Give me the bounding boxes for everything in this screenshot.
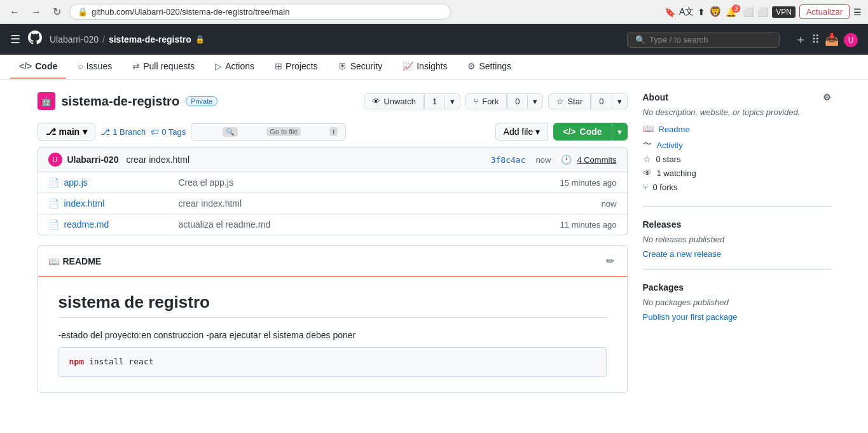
nav-settings[interactable]: ⚙ Settings <box>458 55 520 79</box>
gear-icon[interactable]: ⚙ <box>823 92 831 102</box>
breadcrumb-user-link[interactable]: Ulabarri-020 <box>50 34 99 45</box>
file-commit-msg-appjs: Crea el app.js <box>179 177 560 188</box>
nav-actions-label: Actions <box>225 61 254 71</box>
reload-button[interactable]: ↻ <box>50 4 64 19</box>
file-link-readmemd[interactable]: readme.md <box>64 219 109 230</box>
commit-author: Ulabarri-020 <box>67 155 119 165</box>
fork-dropdown-button[interactable]: ▾ <box>528 93 543 109</box>
code-button[interactable]: </> Code <box>553 123 611 141</box>
sidebar-stars-item: ☆ 0 stars <box>643 154 831 164</box>
insights-icon: 📈 <box>403 61 413 71</box>
file-name: readme.md <box>64 219 179 230</box>
sidebar-activity-item[interactable]: 〜 Activity <box>643 138 831 150</box>
nav-code[interactable]: </> Code <box>10 55 66 79</box>
file-link-indexhtml[interactable]: index.html <box>64 198 105 209</box>
security-icon: ⛨ <box>338 61 347 71</box>
branch-count-link[interactable]: ⎇ 1 Branch <box>100 127 146 137</box>
code-dropdown-button[interactable]: ▾ <box>612 123 628 141</box>
repo-title-actions: 👁 Unwatch 1 ▾ ⑂ Fork 0 <box>364 93 627 109</box>
tag-icon: 🏷 <box>151 127 159 137</box>
sidebar-no-releases: No releases published <box>643 235 831 244</box>
sidebar-create-release-link[interactable]: Create a new release <box>643 249 831 259</box>
issues-icon: ○ <box>78 61 83 71</box>
add-file-button[interactable]: Add file ▾ <box>495 123 549 141</box>
star-count-button[interactable]: 0 <box>591 93 612 109</box>
brave-icon: 🦁 <box>709 6 722 18</box>
fork-count-button[interactable]: 0 <box>507 93 528 109</box>
unwatch-button[interactable]: 👁 Unwatch <box>364 93 424 109</box>
nav-security-label: Security <box>350 61 383 71</box>
nav-actions[interactable]: ▷ Actions <box>206 55 263 79</box>
browser-right: 🔖 A文 ⬆ 🦁 🔔 3 ⬜ ⬜ VPN Actualizar ☰ <box>665 4 862 19</box>
branch-count-text: 1 Branch <box>113 127 146 137</box>
vpn-label: VPN <box>772 6 796 18</box>
star-dropdown-button[interactable]: ▾ <box>612 93 628 109</box>
tag-count-text: 0 Tags <box>162 127 186 137</box>
activity-icon: 〜 <box>643 139 652 150</box>
readme-header: 📖 README ✏ <box>38 246 627 277</box>
user-avatar-button[interactable]: U <box>844 32 858 47</box>
fork-button[interactable]: ⑂ Fork <box>465 93 507 109</box>
hamburger-icon[interactable]: ☰ <box>10 32 20 46</box>
commits-link[interactable]: 4 Commits <box>577 155 616 165</box>
forward-button[interactable]: → <box>28 5 45 19</box>
github-search[interactable]: 🔍 Type / to search <box>627 32 780 48</box>
star-button[interactable]: ☆ Star <box>548 93 591 109</box>
sidebar-readme-item[interactable]: 📖 Readme <box>643 122 831 134</box>
unwatch-count-button[interactable]: 1 <box>424 93 445 109</box>
tag-count-link[interactable]: 🏷 0 Tags <box>151 127 186 137</box>
header-actions: ＋ ⠿ 📥 U <box>795 32 858 47</box>
breadcrumb: Ulabarri-020 / sistema-de-registro 🔒 <box>50 34 205 45</box>
file-time-appjs: 15 minutes ago <box>560 178 617 188</box>
eye-icon: 👁 <box>643 168 652 178</box>
file-commit-msg-readmemd: actualiza el readme.md <box>179 219 560 230</box>
nav-pull-requests[interactable]: ⇄ Pull requests <box>123 55 203 79</box>
fork-group: ⑂ Fork 0 ▾ <box>465 93 543 109</box>
go-to-file-label: Go to file <box>266 127 301 136</box>
readme-edit-button[interactable]: ✏ <box>603 252 617 270</box>
unwatch-dropdown-button[interactable]: ▾ <box>445 93 460 109</box>
dot-button[interactable]: ⠿ <box>811 32 820 46</box>
sidebar-activity-link[interactable]: Activity <box>657 141 683 150</box>
sidebar-publish-package-link[interactable]: Publish your first package <box>643 312 831 322</box>
file-link-appjs[interactable]: app.js <box>64 177 88 188</box>
nav-issues[interactable]: ○ Issues <box>69 55 121 79</box>
nav-issues-label: Issues <box>86 61 112 71</box>
star-count: 0 <box>599 97 603 106</box>
sidebar-stars-label: 0 stars <box>656 155 681 164</box>
commit-hash[interactable]: 3f8c4ac <box>491 155 526 165</box>
nav-settings-label: Settings <box>479 61 511 71</box>
add-file-group: Add file ▾ <box>495 123 549 141</box>
github-logo[interactable] <box>28 31 42 48</box>
repo-name-title: sistema-de-registro <box>62 94 180 109</box>
packages-label: Packages <box>643 282 684 292</box>
nav-insights[interactable]: 📈 Insights <box>394 55 456 79</box>
book-icon: 📖 <box>48 256 59 266</box>
back-button[interactable]: ← <box>6 5 23 19</box>
sidebar-readme-link[interactable]: Readme <box>659 125 690 134</box>
actions-icon: ▷ <box>215 61 222 71</box>
commit-info-bar: U Ulabarri-020 crear index.html 3f8c4ac … <box>38 147 628 172</box>
readme-description: -estado del proyecto:en construccion -pa… <box>59 328 607 377</box>
plus-button[interactable]: ＋ <box>795 32 806 47</box>
sidebar-releases-section: Releases No releases published Create a … <box>643 219 831 270</box>
file-name: index.html <box>64 198 179 209</box>
add-file-label: Add file <box>504 127 534 137</box>
code-install: install <box>89 357 129 366</box>
releases-label: Releases <box>643 219 682 230</box>
sidebar-releases-title: Releases <box>643 219 831 230</box>
nav-code-label: Code <box>35 61 57 71</box>
address-bar[interactable]: 🔒 github.com/Ulabarri-020/sistema-de-reg… <box>69 4 451 20</box>
book-icon: 📖 <box>643 123 654 134</box>
nav-security[interactable]: ⛨ Security <box>329 55 392 79</box>
inbox-button[interactable]: 📥 <box>825 32 839 46</box>
branch-selector[interactable]: ⎇ main ▾ <box>38 123 96 141</box>
file-icon: 📄 <box>48 219 59 230</box>
repo-title-bar: 🤖 sistema-de-registro Private 👁 Unwatch … <box>38 92 628 110</box>
update-button[interactable]: Actualizar <box>799 4 850 19</box>
table-row: 📄 readme.md actualiza el readme.md 11 mi… <box>38 214 627 235</box>
translate-icon: A文 <box>679 6 694 18</box>
go-to-file-button[interactable]: 🔍 Go to file t <box>191 123 346 141</box>
nav-projects[interactable]: ⊞ Projects <box>266 55 327 79</box>
branch-icon: ⎇ <box>46 127 56 137</box>
